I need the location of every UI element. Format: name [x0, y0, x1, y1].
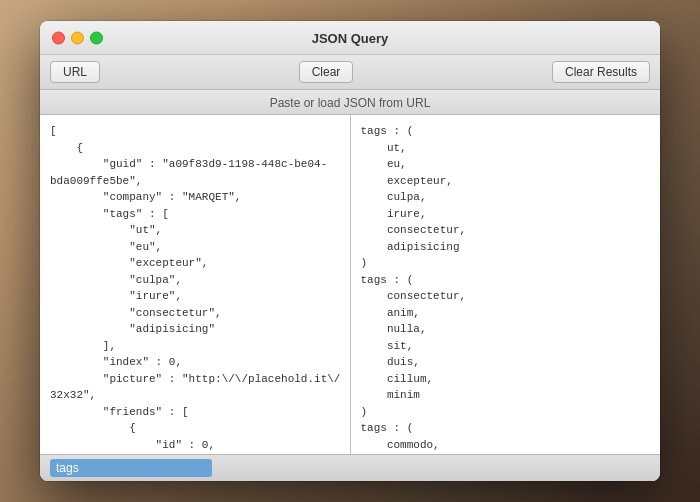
- main-content: [ { "guid" : "a09f83d9-1198-448c-be04- b…: [40, 115, 660, 454]
- toolbar: URL Clear Clear Results: [40, 55, 660, 90]
- bottom-bar: [40, 454, 660, 481]
- left-pane: [ { "guid" : "a09f83d9-1198-448c-be04- b…: [40, 115, 351, 454]
- main-window: JSON Query URL Clear Clear Results Paste…: [40, 21, 660, 481]
- toolbar-hint: Clear: [100, 61, 552, 83]
- right-code-area[interactable]: tags : ( ut, eu, excepteur, culpa, irure…: [351, 115, 661, 454]
- window-title: JSON Query: [312, 31, 389, 46]
- titlebar: JSON Query: [40, 21, 660, 55]
- maximize-button[interactable]: [90, 31, 103, 44]
- clear-results-button[interactable]: Clear Results: [552, 61, 650, 83]
- clear-button[interactable]: Clear: [299, 61, 354, 83]
- subtitle-text: Paste or load JSON from URL: [270, 96, 431, 110]
- url-button[interactable]: URL: [50, 61, 100, 83]
- close-button[interactable]: [52, 31, 65, 44]
- subtitle-bar: Paste or load JSON from URL: [40, 90, 660, 115]
- right-pane: tags : ( ut, eu, excepteur, culpa, irure…: [351, 115, 661, 454]
- left-code-area[interactable]: [ { "guid" : "a09f83d9-1198-448c-be04- b…: [40, 115, 350, 454]
- window-controls: [52, 31, 103, 44]
- toolbar-right: Clear Results: [552, 61, 650, 83]
- minimize-button[interactable]: [71, 31, 84, 44]
- toolbar-left: URL: [50, 61, 100, 83]
- query-input[interactable]: [50, 459, 212, 477]
